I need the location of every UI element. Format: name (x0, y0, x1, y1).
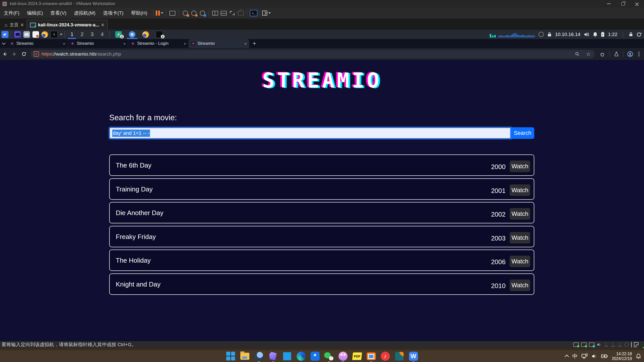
tab-search-chevron-icon[interactable] (0, 39, 8, 48)
revert-snapshot-button[interactable] (190, 9, 198, 17)
watch-button[interactable]: Watch (510, 279, 530, 291)
search-button[interactable]: Search (511, 127, 534, 139)
terminal-dropdown-icon[interactable]: $ (51, 31, 58, 38)
experiments-flask-icon[interactable] (612, 49, 621, 59)
close-button[interactable] (630, 0, 644, 8)
snapshot-manager-button[interactable] (198, 9, 207, 17)
menu-file[interactable]: 文件(F) (0, 10, 23, 16)
workspace-2[interactable]: 2 (77, 30, 87, 39)
v-app-icon[interactable] (395, 351, 404, 361)
back-button[interactable] (0, 49, 10, 59)
url-bar[interactable]: https://watch.streamio.htb/search.php ☆ (31, 50, 595, 58)
file-explorer-icon[interactable] (240, 351, 250, 361)
browser-tab-4-active[interactable]: Streamio × (189, 39, 249, 48)
extensions-puzzle-icon[interactable] (598, 49, 607, 59)
console-view-button[interactable]: >_ (249, 9, 258, 17)
vpn-lock-icon[interactable] (547, 32, 552, 37)
close-vm-tab-icon[interactable] (101, 23, 104, 26)
file-manager-launcher-icon[interactable] (23, 31, 30, 38)
update-spinner-icon[interactable] (539, 32, 544, 37)
tab-close-icon[interactable]: × (184, 42, 186, 46)
start-button[interactable] (226, 351, 236, 361)
network-tray-icon[interactable] (582, 353, 588, 359)
browser-tab-2[interactable]: Streamio × (68, 39, 128, 48)
panel-clock[interactable]: 1:22 (608, 32, 617, 37)
watch-button[interactable]: Watch (510, 256, 530, 267)
launcher-caret-icon[interactable] (60, 34, 62, 35)
profile-avatar-icon[interactable] (625, 49, 635, 59)
restore-button[interactable] (616, 0, 630, 8)
tray-clock[interactable]: 14:22:18 2024/12/19 (612, 351, 632, 361)
send-ctrl-alt-del-button[interactable] (168, 9, 177, 17)
text-editor-launcher-icon[interactable] (32, 31, 39, 38)
taskbar-app-terminal2[interactable]: 2 (153, 30, 166, 39)
wechat-icon[interactable] (324, 351, 334, 361)
vscode-icon[interactable] (282, 351, 292, 361)
menu-tabs[interactable]: 选项卡(T) (99, 10, 127, 16)
kali-menu-button[interactable] (2, 31, 9, 38)
w-app-icon[interactable]: W (409, 351, 418, 361)
tab-close-icon[interactable]: × (244, 42, 247, 46)
browser-app-icon[interactable] (254, 351, 264, 361)
harddisk-device-icon[interactable] (573, 342, 579, 347)
firefox-launcher-icon[interactable] (42, 31, 48, 38)
forward-button[interactable] (10, 49, 19, 59)
vmware-taskbar-icon[interactable] (366, 351, 376, 361)
close-home-tab-icon[interactable] (21, 23, 24, 26)
netease-music-icon[interactable]: ♪ (381, 351, 390, 361)
workspace-3[interactable]: 3 (87, 30, 97, 39)
edge-icon[interactable] (296, 351, 306, 361)
watch-button[interactable]: Watch (510, 208, 530, 220)
pdf-app-icon[interactable]: PDF (352, 351, 362, 361)
menu-edit[interactable]: 编辑(E) (23, 10, 47, 16)
fit-guest-button[interactable] (262, 9, 271, 17)
tab-close-icon[interactable]: × (123, 42, 126, 46)
menu-vm[interactable]: 虚拟机(M) (70, 10, 99, 16)
watch-button[interactable]: Watch (510, 160, 530, 172)
taskbar-app-firefox[interactable] (139, 30, 153, 39)
minimize-button[interactable] (602, 0, 616, 8)
watch-button[interactable]: Watch (510, 184, 530, 196)
show-thumbnail-bar-button[interactable] (219, 9, 228, 17)
battery-tray-icon[interactable] (601, 354, 608, 358)
chat-app-icon[interactable]: * (311, 352, 320, 361)
network-adapter-icon[interactable] (581, 342, 587, 347)
cpu-graph[interactable] (490, 31, 535, 37)
pause-vm-button[interactable] (155, 9, 164, 17)
taskbar-app-terminal[interactable]: ⚡ 2 (112, 30, 125, 39)
battery-icon[interactable] (601, 32, 604, 37)
vmware-home-tab[interactable]: ⌂ 主页 (2, 20, 27, 30)
taskbar-app-chromium[interactable] (125, 30, 139, 39)
browser-tab-3[interactable]: Streamio - Login × (128, 39, 189, 48)
notification-bell-icon[interactable] (636, 353, 641, 359)
not-secure-icon[interactable] (34, 51, 39, 57)
volume-icon[interactable] (584, 32, 589, 37)
lock-screen-icon[interactable] (629, 32, 633, 37)
menu-help[interactable]: 帮助(H) (127, 10, 151, 16)
browser-menu-kebab-icon[interactable] (637, 52, 641, 56)
show-library-button[interactable] (211, 9, 219, 17)
cat-app-icon[interactable] (338, 351, 348, 361)
search-input[interactable]: day' and 1=1 -- - (109, 127, 511, 139)
volume-tray-icon[interactable] (592, 354, 597, 359)
obsidian-icon[interactable] (268, 351, 278, 361)
menu-view[interactable]: 查看(V) (47, 10, 70, 16)
new-tab-button[interactable]: + (251, 40, 258, 47)
logout-icon[interactable] (636, 32, 641, 37)
reload-button[interactable] (19, 49, 29, 59)
tab-close-icon[interactable]: × (63, 42, 65, 46)
zoom-icon[interactable] (573, 49, 582, 59)
bookmark-star-icon[interactable]: ☆ (584, 49, 593, 59)
workspace-1[interactable]: 1 (67, 30, 77, 39)
sound-device-icon[interactable] (597, 342, 602, 347)
take-snapshot-button[interactable] (181, 9, 190, 17)
workspace-4[interactable]: 4 (97, 30, 107, 39)
tray-overflow-chevron-icon[interactable] (564, 354, 569, 359)
watch-button[interactable]: Watch (510, 232, 530, 244)
message-log-icon[interactable] (634, 342, 638, 347)
network-adapter2-icon[interactable] (589, 342, 594, 347)
terminal-launcher-icon[interactable] (14, 31, 21, 38)
fullscreen-button[interactable] (228, 9, 237, 17)
browser-tab-1[interactable]: Streamio × (8, 39, 68, 48)
notifications-bell-icon[interactable] (593, 32, 597, 37)
